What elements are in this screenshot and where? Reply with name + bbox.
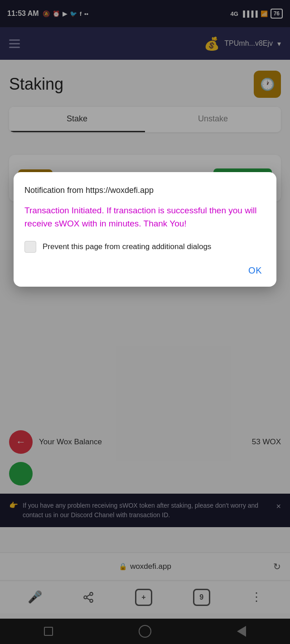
prevent-checkbox[interactable] [24, 241, 36, 253]
dialog-message: Transaction Initiated. If transaction is… [24, 204, 266, 230]
notification-dialog: Notification from https://woxdefi.app Tr… [14, 172, 276, 287]
dialog-prevent-row: Prevent this page from creating addition… [24, 241, 266, 253]
ok-button[interactable]: OK [245, 264, 266, 278]
prevent-label: Prevent this page from creating addition… [43, 241, 211, 252]
dialog-footer: OK [24, 264, 266, 278]
dialog-header: Notification from https://woxdefi.app [24, 185, 266, 196]
dialog-overlay [0, 0, 290, 644]
